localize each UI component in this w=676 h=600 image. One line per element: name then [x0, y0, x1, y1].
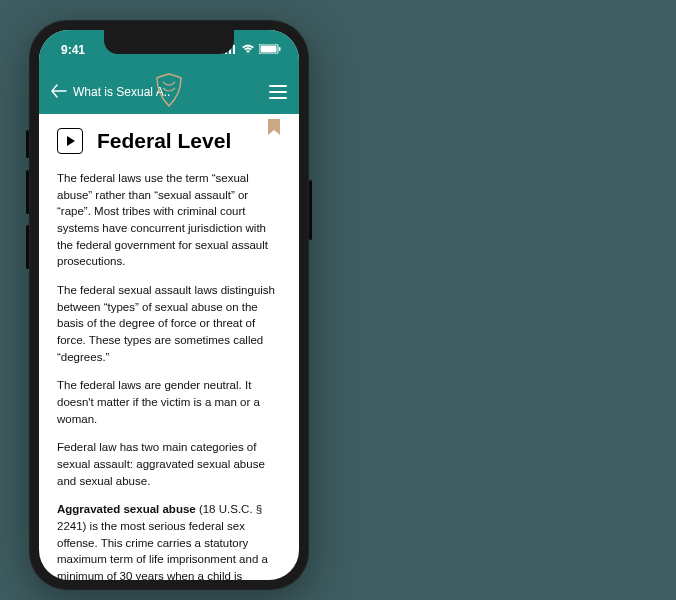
play-icon [67, 136, 75, 146]
phone-frame: 9:41 What is Sexual A.. [29, 20, 309, 590]
phone-volume-up [26, 170, 29, 214]
back-arrow-icon [51, 84, 67, 101]
svg-rect-5 [261, 46, 277, 53]
battery-icon [259, 43, 281, 57]
paragraph: The federal laws use the term “sexual ab… [57, 170, 281, 270]
paragraph: Federal law has two main categories of s… [57, 439, 281, 489]
article-body: The federal laws use the term “sexual ab… [57, 170, 281, 580]
content-header: Federal Level [57, 128, 281, 154]
hamburger-line [269, 91, 287, 93]
phone-side-button [26, 130, 29, 158]
play-button[interactable] [57, 128, 83, 154]
status-time: 9:41 [61, 43, 85, 57]
hamburger-line [269, 85, 287, 87]
app-logo-icon [153, 72, 185, 112]
screen: 9:41 What is Sexual A.. [39, 30, 299, 580]
paragraph: Aggravated sexual abuse (18 U.S.C. § 224… [57, 501, 281, 580]
paragraph: The federal laws are gender neutral. It … [57, 377, 281, 427]
wifi-icon [241, 43, 255, 57]
svg-rect-3 [233, 45, 235, 54]
nav-bar: What is Sexual A.. [39, 70, 299, 114]
paragraph: The federal sexual assault laws distingu… [57, 282, 281, 365]
svg-rect-6 [279, 47, 281, 51]
phone-volume-down [26, 225, 29, 269]
bold-term: Aggravated sexual abuse [57, 503, 196, 515]
page-title: Federal Level [97, 129, 231, 153]
bookmark-button[interactable] [267, 118, 281, 140]
phone-power-button [309, 180, 312, 240]
menu-button[interactable] [269, 85, 287, 99]
content-area[interactable]: Federal Level The federal laws use the t… [39, 114, 299, 580]
notch [104, 30, 234, 54]
hamburger-line [269, 97, 287, 99]
